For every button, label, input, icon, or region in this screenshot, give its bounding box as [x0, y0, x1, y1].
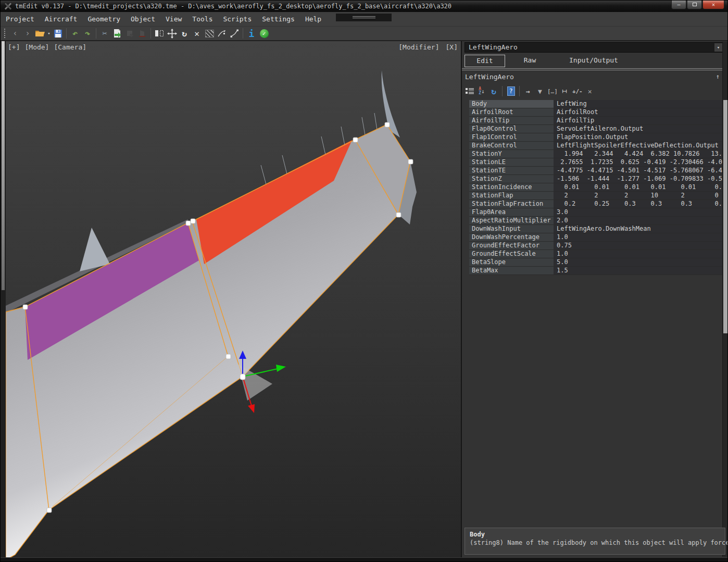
help-icon[interactable]: ?	[506, 86, 516, 96]
viewport-3d[interactable]: [+] [Mode] [Camera] [Modifier] [X]	[6, 41, 461, 557]
vector-segments-icon[interactable]	[228, 27, 241, 40]
forward-icon[interactable]: ›	[21, 27, 34, 40]
table-row[interactable]: DownWashInputLeftWingAero.DownWashMean	[469, 225, 723, 233]
vertex-handle[interactable]	[186, 221, 191, 226]
info-icon[interactable]: i	[245, 27, 258, 40]
menu-view[interactable]: View	[160, 13, 187, 25]
viewport-camera-button[interactable]: [Camera]	[54, 43, 86, 51]
table-row[interactable]: GroundEffectScale1.0	[469, 250, 723, 258]
categorized-view-icon[interactable]	[465, 86, 474, 96]
wing-scene	[6, 41, 461, 557]
maximize-button[interactable]	[687, 1, 702, 9]
transform-cross-icon[interactable]: ✕	[585, 86, 595, 96]
dropdown-caret-icon[interactable]: ▾	[714, 43, 722, 52]
open-caret-icon[interactable]: ▾	[46, 27, 52, 40]
viewport-add-button[interactable]: [+]	[8, 43, 20, 51]
menu-help[interactable]: Help	[300, 13, 327, 25]
viewport-edge-scrollbar[interactable]	[2, 41, 5, 290]
table-row[interactable]: StationLE 2.7655 1.7235 0.625 -0.419 -2.…	[469, 158, 723, 167]
menu-scripts[interactable]: Scripts	[218, 13, 257, 25]
panel-divider	[462, 68, 725, 70]
redo-icon[interactable]: ↷	[81, 27, 94, 40]
viewport-close-button[interactable]: [X]	[446, 43, 458, 51]
filter-icon[interactable]: ▼	[535, 86, 545, 96]
toolbar-grip-handle[interactable]	[3, 28, 7, 39]
object-selector-value: LeftWingAero	[469, 43, 518, 51]
window-bottom-frame	[1, 557, 728, 562]
object-selector-dropdown[interactable]: LeftWingAero ▾	[465, 42, 723, 53]
delete-icon-disabled[interactable]	[136, 27, 148, 40]
close-button[interactable]: ✕	[702, 1, 724, 9]
property-help-box: Body (string8) Name of the rigidbody on …	[465, 528, 725, 555]
table-row[interactable]: BodyLeftWing	[469, 100, 723, 108]
rotate-icon[interactable]: ↻	[178, 27, 191, 40]
sort-alphabetical-icon[interactable]: AZ↓	[477, 86, 486, 96]
save-icon[interactable]	[52, 27, 64, 40]
title-bar: tmEdit v0.137 - D:\tmedit_projects\a320.…	[1, 1, 728, 12]
scale-icon[interactable]: ✕	[191, 27, 203, 40]
menu-project[interactable]: Project	[1, 13, 40, 25]
table-row[interactable]: Flap0Area3.0	[469, 208, 723, 217]
table-row[interactable]: StationFlap 2 2 2 10 2 0 1	[469, 192, 723, 200]
viewport-modifier-button[interactable]: [Modifier]	[398, 43, 439, 51]
panel-scrollbar[interactable]	[722, 42, 728, 557]
tab-edit[interactable]: Edit	[465, 55, 505, 67]
viewport-mode-button[interactable]: [Mode]	[24, 43, 49, 51]
open-folder-icon[interactable]	[34, 27, 46, 40]
goto-arrow-icon[interactable]: →	[523, 86, 533, 96]
scrollbar-thumb[interactable]	[723, 100, 728, 333]
cut-icon[interactable]: ✂	[98, 27, 111, 40]
paste-icon[interactable]	[111, 27, 123, 40]
menu-geometry[interactable]: Geometry	[82, 13, 125, 25]
table-row[interactable]: StationFlapFraction 0.2 0.25 0.3 0.3 0.3…	[469, 200, 723, 208]
validate-check-icon[interactable]: ✓	[258, 27, 270, 40]
hatch-fill-icon[interactable]	[203, 27, 216, 40]
vertex-handle[interactable]	[191, 219, 195, 223]
table-row[interactable]: StationTE-4.4775 -4.4715 -4.501 -4.517 -…	[469, 167, 723, 175]
help-property-name: Body	[470, 531, 725, 538]
mirror-icon[interactable]	[153, 27, 166, 40]
plus-minus-icon[interactable]: +/-	[572, 86, 583, 96]
vertex-handle[interactable]	[385, 122, 390, 127]
app-logo-icon	[4, 3, 12, 10]
collapse-up-icon[interactable]: ↑	[716, 73, 720, 80]
minimize-button[interactable]: —	[671, 1, 686, 9]
table-row[interactable]: Flap1ControlFlapPosition.Output	[469, 133, 723, 142]
table-row[interactable]: BetaMax1.5	[469, 267, 723, 275]
undo-icon[interactable]: ↶	[69, 27, 81, 40]
back-icon[interactable]: ‹	[9, 27, 21, 40]
table-row[interactable]: AspectRatioMultiplier2.0	[469, 217, 723, 225]
bend-curve-icon[interactable]	[216, 27, 228, 40]
vertex-handle[interactable]	[23, 305, 28, 309]
main-toolbar: ‹ › ▾ ↶ ↷ ✂ ↻ ✕	[1, 27, 728, 41]
menu-aircraft[interactable]: Aircraft	[40, 13, 83, 25]
table-row[interactable]: StationZ-1.506 -1.444 -1.277 -1.069 -0.7…	[469, 175, 723, 183]
table-row[interactable]: StationIncidence 0.01 0.01 0.01 0.01 0.0…	[469, 183, 723, 192]
table-row[interactable]: StationY 1.994 2.344 4.424 6.382 10.7826…	[469, 150, 723, 158]
table-row[interactable]: DownWashPercentage1.0	[469, 233, 723, 242]
viewport-overlay-right: [Modifier] [X]	[398, 43, 458, 51]
menu-tools[interactable]: Tools	[187, 13, 218, 25]
move-icon[interactable]	[166, 27, 178, 40]
table-row[interactable]: BrakeControlLeftFlightSpoilerEffectiveDe…	[469, 142, 723, 150]
table-row[interactable]: AirfoilRootAirfoilRoot	[469, 108, 723, 117]
tab-raw[interactable]: Raw	[505, 55, 555, 67]
table-row[interactable]: AirfoilTipAirfoilTip	[469, 117, 723, 125]
refresh-icon[interactable]: ↻	[489, 86, 498, 96]
vertex-handle[interactable]	[408, 159, 413, 164]
panel-drag-handle[interactable]	[336, 14, 392, 21]
paste-special-icon-disabled[interactable]	[123, 27, 136, 40]
range-icon[interactable]: ⌶	[560, 86, 570, 96]
vertex-handle[interactable]	[353, 138, 358, 142]
menu-object[interactable]: Object	[125, 13, 160, 25]
menu-settings[interactable]: Settings	[257, 13, 300, 25]
table-row[interactable]: BetaSlope5.0	[469, 258, 723, 267]
vertex-handle[interactable]	[47, 508, 52, 513]
vertex-handle[interactable]	[396, 213, 401, 217]
vertex-handle[interactable]	[240, 374, 245, 380]
table-row[interactable]: Flap0ControlServoLeftAileron.Output	[469, 125, 723, 133]
ellipsis-icon[interactable]: […]	[547, 86, 558, 96]
vertex-handle[interactable]	[226, 354, 231, 359]
table-row[interactable]: GroundEffectFactor0.75	[469, 242, 723, 250]
tab-input-output[interactable]: Input/Output	[555, 55, 633, 67]
